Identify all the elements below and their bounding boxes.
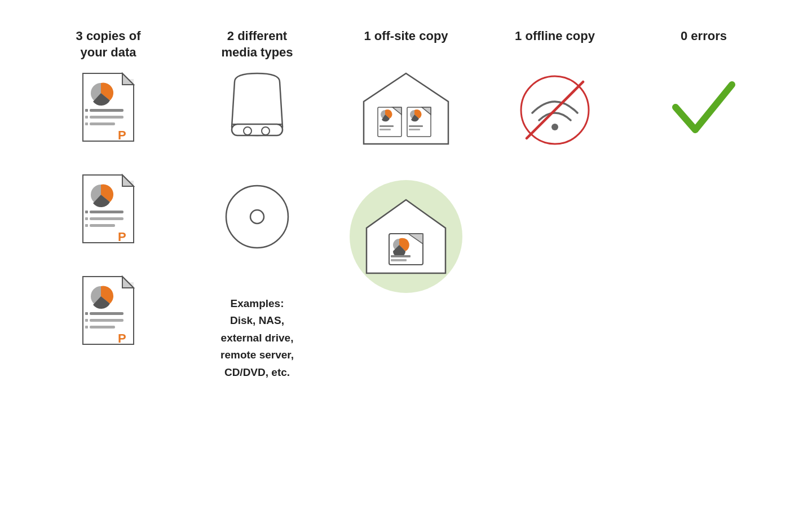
header-media: 2 differentmedia types [221, 23, 293, 68]
column-errors: 0 errors [629, 23, 778, 485]
svg-rect-29 [85, 312, 88, 315]
svg-rect-7 [85, 109, 88, 112]
svg-rect-16 [90, 217, 123, 220]
svg-rect-44 [379, 129, 391, 130]
document-icon-1: P [77, 71, 139, 144]
svg-marker-39 [364, 73, 448, 144]
media-icons-col: Examples:Disk, NAS,external drive,remote… [220, 71, 294, 381]
offsite-icons [350, 71, 462, 293]
column-copies: 3 copies ofyour data [34, 23, 183, 485]
document-icon-2: P [77, 172, 139, 246]
column-media: 2 differentmedia types [183, 23, 332, 485]
checkmark-icon [670, 71, 738, 146]
documents-col: P P [77, 71, 139, 347]
header-errors: 0 errors [681, 23, 727, 68]
svg-rect-6 [90, 122, 115, 125]
svg-rect-28 [90, 326, 115, 329]
svg-point-38 [250, 210, 264, 224]
column-offline: 1 offline copy [480, 23, 629, 485]
svg-point-34 [244, 127, 251, 135]
header-offline: 1 offline copy [515, 23, 595, 68]
offline-icons [515, 71, 594, 152]
column-offsite: 1 off-site copy [332, 23, 480, 485]
svg-rect-30 [85, 319, 88, 322]
svg-rect-17 [90, 224, 115, 227]
svg-rect-33 [232, 124, 283, 135]
examples-text: Examples:Disk, NAS,external drive,remote… [220, 295, 294, 381]
svg-text:P: P [118, 230, 126, 244]
svg-rect-19 [85, 217, 88, 220]
document-icon-3: P [77, 274, 139, 347]
svg-point-57 [551, 124, 558, 130]
main-layout: 3 copies ofyour data [0, 0, 812, 508]
svg-rect-49 [409, 129, 420, 130]
svg-rect-4 [90, 109, 123, 112]
svg-rect-8 [85, 116, 88, 119]
svg-rect-27 [90, 319, 123, 322]
header-offsite: 1 off-site copy [364, 23, 448, 68]
house-highlight-icon [350, 180, 462, 293]
house-two-docs-icon [361, 71, 451, 152]
svg-point-35 [262, 127, 270, 135]
svg-text:P: P [118, 331, 126, 345]
svg-text:P: P [118, 128, 126, 142]
svg-rect-54 [391, 255, 411, 257]
svg-rect-9 [85, 122, 88, 125]
svg-rect-55 [391, 259, 407, 261]
header-copies: 3 copies ofyour data [76, 23, 141, 68]
svg-rect-48 [409, 125, 423, 127]
svg-rect-5 [90, 116, 123, 119]
no-wifi-icon [515, 71, 594, 152]
errors-icons [670, 71, 738, 146]
cd-icon [220, 180, 294, 256]
svg-rect-26 [90, 312, 123, 315]
svg-rect-43 [379, 125, 394, 127]
svg-rect-20 [85, 224, 88, 227]
svg-rect-31 [85, 326, 88, 329]
svg-rect-18 [85, 211, 88, 213]
nas-icon [220, 71, 294, 152]
svg-rect-15 [90, 211, 123, 213]
